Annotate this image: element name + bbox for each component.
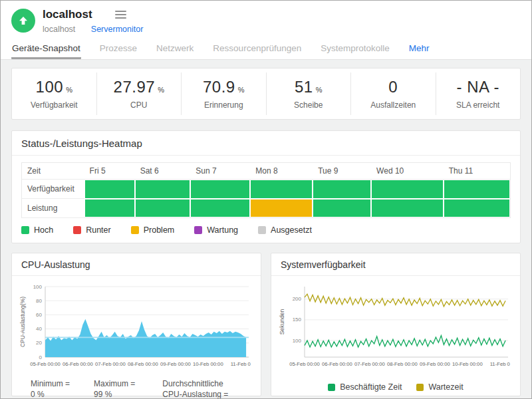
legend-ausgesetzt: Ausgesetzt — [258, 225, 312, 235]
breadcrumb-servermonitor-link[interactable]: Servermonitor — [91, 25, 144, 34]
heatmap-cell — [84, 199, 135, 218]
stat-verfuegbarkeit: 100% Verfügbarkeit — [12, 72, 96, 115]
heatmap-title: Status-/Leistungs-Heatmap — [12, 131, 520, 156]
svg-text:05-Feb 00:00: 05-Feb 00:00 — [30, 361, 61, 367]
heatmap-cell — [371, 180, 444, 199]
heatmap-col-zeit: Zeit — [22, 163, 84, 180]
legend-swatch-hoch — [21, 226, 29, 234]
stat-sla: - NA - SLA erreicht — [436, 72, 521, 115]
svg-text:0: 0 — [39, 354, 43, 360]
tab-geraete-snapshot[interactable]: Geräte-Snapshot — [11, 41, 81, 59]
svg-text:10-Feb 00:00: 10-Feb 00:00 — [193, 361, 223, 367]
system-availability-card: Systemverfügbarkeit 10015020005-Feb 00:0… — [271, 253, 521, 396]
stat-value: - NA - — [457, 78, 499, 96]
stat-label: Ausfallzeiten — [351, 100, 436, 110]
device-status-icon — [11, 9, 35, 33]
stat-label: Erinnerung — [182, 100, 266, 110]
menu-icon[interactable] — [114, 7, 128, 22]
system-availability-chart: 10015020005-Feb 00:0006-Feb 00:0007-Feb … — [278, 281, 512, 369]
svg-text:11-Feb 0: 11-Feb 0 — [490, 361, 510, 367]
heatmap-col-sun7: Sun 7 — [190, 163, 250, 180]
stat-erinnerung: 70.9% Erinnerung — [181, 72, 266, 115]
svg-text:20: 20 — [36, 340, 42, 346]
stat-value: 70.9 — [203, 78, 235, 96]
legend-hoch: Hoch — [21, 225, 53, 235]
svg-text:200: 200 — [293, 296, 302, 302]
stat-value: 100 — [36, 78, 64, 96]
stat-value: 27.97 — [114, 78, 156, 96]
svg-text:80: 80 — [36, 298, 42, 304]
svg-text:09-Feb 00:00: 09-Feb 00:00 — [420, 361, 450, 367]
cpu-maximum: Maximum = 99 % — [94, 378, 145, 399]
cpu-chart-title: CPU-Auslastung — [12, 253, 261, 276]
tab-mehr[interactable]: Mehr — [408, 41, 430, 59]
heatmap-card: Status-/Leistungs-Heatmap Zeit Fri 5 Sat… — [11, 130, 521, 243]
stat-cpu: 27.97% CPU — [96, 72, 182, 115]
svg-text:08-Feb 00:00: 08-Feb 00:00 — [128, 361, 158, 367]
legend-wartung: Wartung — [194, 225, 238, 235]
tab-ressourcenpruefungen[interactable]: Ressourcenprüfungen — [212, 41, 302, 59]
legend-runter: Runter — [73, 225, 111, 235]
stat-value: 0 — [388, 78, 398, 96]
heatmap-cell — [135, 199, 191, 218]
legend-swatch-beschaeftigte-zeit — [328, 384, 335, 391]
heatmap-row-label: Leistung — [22, 199, 84, 218]
svg-text:150: 150 — [293, 317, 302, 323]
stat-value: 51 — [295, 78, 313, 96]
cpu-usage-card: CPU-Auslastung 02040608010005-Feb 00:000… — [11, 253, 261, 396]
cpu-summary: Minimum = 0 % Maximum = 99 % Durchschnit… — [19, 372, 254, 399]
legend-swatch-ausgesetzt — [258, 226, 266, 234]
heatmap-cell — [371, 199, 444, 218]
svg-text:40: 40 — [36, 326, 42, 332]
availability-legend: Beschäftigte Zeit Wartezeit — [278, 382, 513, 392]
heatmap-cell — [444, 180, 511, 199]
heatmap-col-thu11: Thu 11 — [444, 163, 511, 180]
heatmap-col-fri5: Fri 5 — [84, 163, 135, 180]
breadcrumb: localhost Servermonitor — [43, 25, 143, 34]
heatmap-cell — [250, 199, 313, 218]
svg-text:07-Feb 00:00: 07-Feb 00:00 — [95, 361, 126, 367]
heatmap-row: Verfügbarkeit — [22, 180, 511, 199]
heatmap-table: Zeit Fri 5 Sat 6 Sun 7 Mon 8 Tue 9 Wed 1… — [21, 162, 511, 218]
svg-text:100: 100 — [33, 284, 43, 290]
stat-label: CPU — [97, 100, 182, 110]
heatmap-cell — [135, 180, 191, 199]
heatmap-cell — [250, 180, 313, 199]
svg-text:05-Feb 00:00: 05-Feb 00:00 — [289, 361, 320, 367]
legend-swatch-runter — [73, 226, 81, 234]
heatmap-cell — [84, 180, 135, 199]
tab-systemprotokolle[interactable]: Systemprotokolle — [320, 41, 390, 59]
stats-summary-card: 100% Verfügbarkeit 27.97% CPU 70.9% Erin… — [11, 68, 521, 120]
heatmap-cell — [444, 199, 511, 218]
heatmap-col-sat6: Sat 6 — [135, 163, 191, 180]
legend-swatch-wartung — [194, 226, 202, 234]
tab-netzwerk[interactable]: Netzwerk — [156, 41, 194, 59]
heatmap-row: Leistung — [22, 199, 511, 218]
svg-text:11-Feb 0: 11-Feb 0 — [231, 361, 251, 367]
svg-text:60: 60 — [36, 312, 42, 318]
legend-swatch-problem — [131, 226, 139, 234]
cpu-usage-chart: 02040608010005-Feb 00:0006-Feb 00:0007-F… — [19, 281, 253, 369]
svg-text:Sekunden: Sekunden — [279, 309, 285, 335]
stat-label: Verfügbarkeit — [12, 100, 96, 110]
stat-label: SLA erreicht — [436, 100, 521, 110]
heatmap-cell — [190, 180, 250, 199]
svg-text:09-Feb 00:00: 09-Feb 00:00 — [160, 361, 191, 367]
svg-text:08-Feb 00:00: 08-Feb 00:00 — [387, 361, 418, 367]
breadcrumb-device: localhost — [43, 25, 75, 34]
heatmap-legend: Hoch Runter Problem Wartung Ausgesetzt — [21, 225, 511, 235]
page-title: localhost — [43, 8, 92, 21]
svg-text:06-Feb 00:00: 06-Feb 00:00 — [322, 361, 352, 367]
cpu-minimum: Minimum = 0 % — [31, 378, 76, 399]
heatmap-col-tue9: Tue 9 — [313, 163, 371, 180]
heatmap-row-label: Verfügbarkeit — [22, 180, 84, 199]
stat-scheibe: 51% Scheibe — [266, 72, 351, 115]
heatmap-col-wed10: Wed 10 — [371, 163, 444, 180]
tab-bar: Geräte-Snapshot Prozesse Netzwerk Ressou… — [1, 37, 531, 60]
stat-ausfallzeiten: 0 Ausfallzeiten — [350, 72, 436, 115]
legend-problem: Problem — [131, 225, 175, 235]
svg-text:07-Feb 00:00: 07-Feb 00:00 — [354, 361, 385, 367]
dashboard-content: 100% Verfügbarkeit 27.97% CPU 70.9% Erin… — [1, 60, 531, 399]
heatmap-cell — [313, 199, 371, 218]
tab-prozesse[interactable]: Prozesse — [99, 41, 138, 59]
